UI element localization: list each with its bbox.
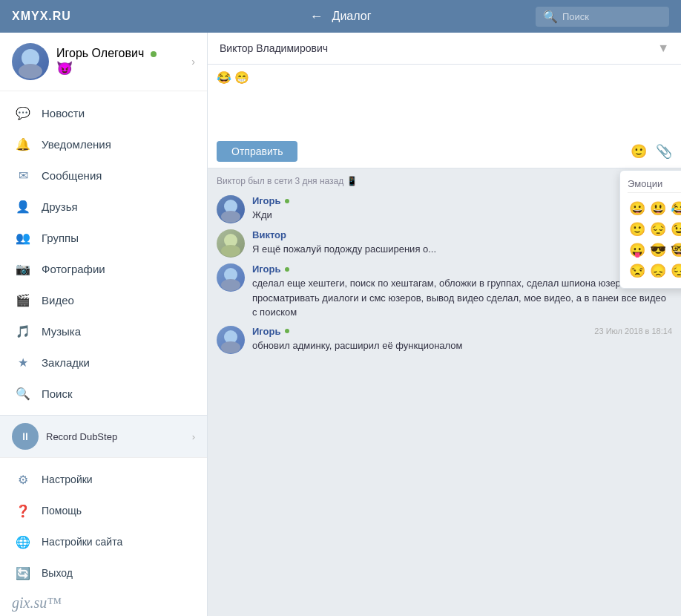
sidebar-bottom: ⚙ Настройки ❓ Помощь 🌐 Настройки сайта 🔄… xyxy=(0,457,207,616)
emoji-item[interactable]: 😞 xyxy=(648,261,668,281)
profile-arrow[interactable]: › xyxy=(191,56,195,68)
svg-point-1 xyxy=(19,64,42,79)
message-header: Игорь 10:14 xyxy=(252,195,672,206)
profile-name: Игорь Олегович xyxy=(56,47,144,59)
nav-label-video: Видео xyxy=(42,294,74,307)
emoji-item[interactable]: 😀 xyxy=(628,199,647,218)
settings-icon: ⚙ xyxy=(15,471,31,488)
sidebar-item-messages[interactable]: ✉ Сообщения xyxy=(0,160,207,191)
video-icon: 🎬 xyxy=(15,292,31,308)
status-bar: Виктор был в сети 3 дня назад 📱 xyxy=(217,176,672,186)
svg-point-7 xyxy=(221,279,240,291)
message-text: обновил админку, расширил её функционало… xyxy=(252,338,672,353)
sidebar-item-search[interactable]: 🔍 Поиск xyxy=(0,378,207,409)
table-row: Игорь 10:14 Жди xyxy=(217,195,672,223)
message-body: Игорь 18:19 сделал еще хештеги, поиск по… xyxy=(252,263,672,320)
emoji-item[interactable]: 😎 xyxy=(648,240,668,260)
player-title: Record DubStep xyxy=(46,431,185,442)
sidebar-item-groups[interactable]: 👥 Группы xyxy=(0,222,207,253)
nav-label-search: Поиск xyxy=(42,387,73,400)
table-row: Игорь 23 Июл 2018 в 18:14 обновил админк… xyxy=(217,326,672,354)
attach-button[interactable]: 📎 xyxy=(656,143,672,160)
friends-icon: 👤 xyxy=(15,198,31,214)
emoji-item[interactable]: 😂 xyxy=(669,199,681,218)
message-body: Виктор 11:37 Я ещё пожалуй подожду расши… xyxy=(252,229,672,257)
help-icon: ❓ xyxy=(15,502,31,519)
sidebar-nav: 💬 Новости 🔔 Уведомления ✉ Сообщения 👤 Др… xyxy=(0,91,207,415)
sidebar-profile[interactable]: Игорь Олегович 😈 › xyxy=(0,33,207,91)
emoji-item[interactable]: 😔 xyxy=(669,261,681,281)
player-bar: ⏸ Record DubStep › xyxy=(0,415,207,457)
message-text: Я ещё пожалуй подожду расширения о... xyxy=(252,242,672,257)
sidebar-item-logout[interactable]: 🔄 Выход xyxy=(0,557,207,589)
player-arrow[interactable]: › xyxy=(192,431,195,442)
emoji-panel-title: Эмоции xyxy=(628,178,681,193)
music-icon: 🎵 xyxy=(15,323,31,339)
back-button[interactable]: ← xyxy=(310,9,323,24)
emoji-item[interactable]: 😔 xyxy=(648,220,668,239)
avatar xyxy=(217,326,245,354)
status-text: Виктор был в сети 3 дня назад xyxy=(217,176,343,186)
groups-icon: 👥 xyxy=(15,229,31,246)
sidebar-item-music[interactable]: 🎵 Музыка xyxy=(0,315,207,347)
header-center: ← Диалог xyxy=(310,9,372,24)
sidebar-item-notifications[interactable]: 🔔 Уведомления xyxy=(0,128,207,160)
message-time: 23 Июл 2018 в 18:14 xyxy=(594,327,672,335)
emoji-item[interactable]: 😉 xyxy=(669,220,681,239)
news-icon: 💬 xyxy=(15,105,31,121)
sidebar-item-settings[interactable]: ⚙ Настройки xyxy=(0,464,207,495)
header: XMYX.RU ← Диалог 🔍 xyxy=(0,0,681,33)
table-row: Игорь 18:19 сделал еще хештеги, поиск по… xyxy=(217,263,672,320)
emoji-item[interactable]: 😃 xyxy=(648,199,668,218)
table-row: Виктор 11:37 Я ещё пожалуй подожду расши… xyxy=(217,229,672,258)
emoji-item[interactable]: 😒 xyxy=(628,261,647,281)
site-settings-icon: 🌐 xyxy=(15,534,31,550)
nav-label-messages: Сообщения xyxy=(42,169,102,182)
emoji-item[interactable]: 🤓 xyxy=(669,240,681,260)
message-text: Жди xyxy=(252,208,672,223)
play-pause-button[interactable]: ⏸ xyxy=(12,423,39,450)
emoji-item[interactable]: 🙂 xyxy=(628,220,647,239)
profile-info: Игорь Олегович 😈 xyxy=(56,47,191,76)
sidebar-item-news[interactable]: 💬 Новости xyxy=(0,97,207,128)
send-button[interactable]: Отправить xyxy=(217,141,297,162)
emoji-item[interactable]: 😛 xyxy=(628,240,647,260)
main-layout: Игорь Олегович 😈 › 💬 Новости 🔔 Уведомлен… xyxy=(0,33,681,616)
svg-point-5 xyxy=(221,245,240,257)
message-author: Игорь xyxy=(252,326,280,337)
nav-label-help: Помощь xyxy=(42,505,82,517)
sidebar-item-site-settings[interactable]: 🌐 Настройки сайта xyxy=(0,526,207,557)
sidebar-item-friends[interactable]: 👤 Друзья xyxy=(0,191,207,222)
emoji-picker-button[interactable]: 🙂 xyxy=(631,143,647,160)
online-indicator xyxy=(151,51,157,57)
avatar xyxy=(217,195,245,223)
avatar xyxy=(217,229,245,258)
svg-point-3 xyxy=(221,211,240,223)
emoji-grid: 😀 😃 😂 😐 😄 😅 😇 😏 😊 😁 🙂 😔 😉 😌 😍 😘 😗 😋 😙 xyxy=(628,199,681,281)
sidebar-item-video[interactable]: 🎬 Видео xyxy=(0,284,207,315)
sidebar-item-bookmarks[interactable]: ★ Закладки xyxy=(0,347,207,378)
sidebar-item-help[interactable]: ❓ Помощь xyxy=(0,495,207,526)
message-compose: 😂 😁 Отправить 🙂 📎 xyxy=(208,65,681,168)
online-dot xyxy=(285,329,289,333)
watermark: gix.su™ xyxy=(0,589,207,616)
message-author: Виктор xyxy=(252,229,286,240)
message-header: Игорь 18:19 xyxy=(252,263,672,275)
nav-label-notifications: Уведомления xyxy=(42,138,111,151)
content-area: Виктор Владимирович ▼ 😂 😁 Отправить 🙂 📎 … xyxy=(208,33,681,616)
dialog-recipient-header: Виктор Владимирович ▼ xyxy=(208,33,681,65)
selected-emoji-1: 😂 xyxy=(217,71,231,85)
search-icon: 🔍 xyxy=(543,10,558,24)
sidebar-item-photos[interactable]: 📷 Фотографии xyxy=(0,253,207,284)
nav-label-news: Новости xyxy=(42,107,85,119)
compose-icons: 🙂 📎 xyxy=(631,143,672,160)
mobile-icon: 📱 xyxy=(346,176,358,186)
message-author: Игорь xyxy=(252,263,280,275)
message-body: Игорь 10:14 Жди xyxy=(252,195,672,223)
message-input[interactable] xyxy=(217,89,672,134)
search-bar[interactable]: 🔍 xyxy=(536,7,669,27)
logout-icon: 🔄 xyxy=(15,565,31,581)
sidebar: Игорь Олегович 😈 › 💬 Новости 🔔 Уведомлен… xyxy=(0,33,208,616)
recipient-chevron-icon[interactable]: ▼ xyxy=(657,42,669,55)
search-input[interactable] xyxy=(562,11,666,22)
